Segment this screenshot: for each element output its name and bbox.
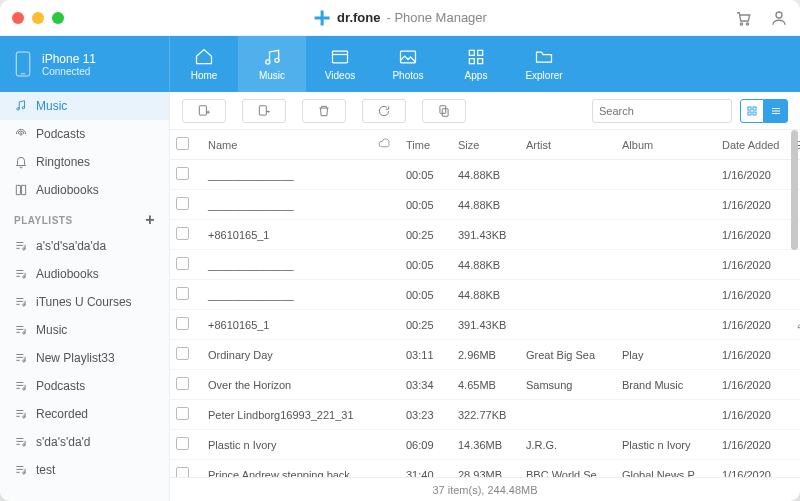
view-toggle	[740, 99, 788, 123]
table-row[interactable]: Prince Andrew stepping back fro...31:402…	[170, 460, 800, 478]
svg-rect-12	[469, 50, 474, 55]
toolbar	[170, 92, 800, 130]
table-row[interactable]: ______________00:0544.88KB1/16/2020	[170, 160, 800, 190]
search-input[interactable]	[599, 105, 737, 117]
col-time[interactable]: Time	[400, 130, 452, 160]
playlist-icon	[14, 463, 28, 477]
playlist-item[interactable]: iTunes U Courses	[0, 288, 169, 316]
table-row[interactable]: Ordinary Day03:112.96MBGreat Big SeaPlay…	[170, 340, 800, 370]
table-row[interactable]: +8610165_100:25391.43KB1/16/2020	[170, 220, 800, 250]
row-checkbox[interactable]	[176, 197, 189, 210]
row-checkbox[interactable]	[176, 227, 189, 240]
cell-artist	[520, 220, 616, 250]
playlist-item[interactable]: Podcasts	[0, 372, 169, 400]
cell-size: 14.36MB	[452, 430, 520, 460]
delete-button[interactable]	[302, 99, 346, 123]
cell-artist: Great Big Sea	[520, 340, 616, 370]
row-checkbox[interactable]	[176, 257, 189, 270]
nav-music[interactable]: Music	[238, 36, 306, 92]
col-artist[interactable]: Artist	[520, 130, 616, 160]
table-scroll[interactable]: Name Time Size Artist Album Date Added E…	[170, 130, 800, 477]
nav-photos[interactable]: Photos	[374, 36, 442, 92]
table-row[interactable]: ______________00:0544.88KB1/16/2020	[170, 190, 800, 220]
row-checkbox[interactable]	[176, 167, 189, 180]
home-icon	[194, 47, 214, 67]
scrollbar[interactable]	[791, 130, 798, 477]
playlist-item[interactable]: test	[0, 456, 169, 484]
playlist-item[interactable]: Recorded	[0, 400, 169, 428]
cell-size: 391.43KB	[452, 310, 520, 340]
nav-apps[interactable]: Apps	[442, 36, 510, 92]
table-row[interactable]: ______________00:0544.88KB1/16/2020	[170, 280, 800, 310]
row-checkbox[interactable]	[176, 407, 189, 420]
cell-name: Plastic n Ivory	[202, 430, 372, 460]
row-checkbox[interactable]	[176, 347, 189, 360]
photo-icon	[398, 47, 418, 67]
cell-time: 00:05	[400, 250, 452, 280]
user-icon[interactable]	[770, 9, 788, 27]
cell-album	[616, 220, 716, 250]
view-list-button[interactable]	[764, 99, 788, 123]
table-row[interactable]: Plastic n Ivory06:0914.36MBJ.R.G.Plastic…	[170, 430, 800, 460]
view-grid-button[interactable]	[740, 99, 764, 123]
apps-icon	[466, 47, 486, 67]
cell-album: Brand Music	[616, 370, 716, 400]
playlist-item[interactable]: New Playlist33	[0, 344, 169, 372]
sidebar-item-podcasts[interactable]: Podcasts	[0, 120, 169, 148]
sidebar-item-label: Audiobooks	[36, 183, 99, 197]
scrollbar-thumb[interactable]	[791, 130, 798, 250]
bell-icon	[14, 155, 28, 169]
nav-explorer[interactable]: Explorer	[510, 36, 578, 92]
col-date[interactable]: Date Added	[716, 130, 790, 160]
table-row[interactable]: Over the Horizon03:344.65MBSamsungBrand …	[170, 370, 800, 400]
svg-point-8	[275, 58, 279, 62]
search-box[interactable]	[592, 99, 732, 123]
dedupe-button[interactable]	[422, 99, 466, 123]
col-album[interactable]: Album	[616, 130, 716, 160]
close-window-button[interactable]	[12, 12, 24, 24]
refresh-button[interactable]	[362, 99, 406, 123]
row-checkbox[interactable]	[176, 467, 189, 477]
title-suffix: - Phone Manager	[386, 10, 486, 25]
svg-rect-5	[16, 52, 30, 76]
nav-videos[interactable]: Videos	[306, 36, 374, 92]
row-checkbox[interactable]	[176, 437, 189, 450]
svg-rect-60	[442, 108, 448, 116]
export-button[interactable]	[242, 99, 286, 123]
row-checkbox[interactable]	[176, 287, 189, 300]
sidebar-item-ringtones[interactable]: Ringtones	[0, 148, 169, 176]
cell-date: 1/16/2020	[716, 460, 790, 478]
select-all-checkbox[interactable]	[176, 137, 189, 150]
playlist-label: Audiobooks	[36, 267, 99, 281]
table-row[interactable]: Peter Lindborg16993_221_3103:23322.77KB1…	[170, 400, 800, 430]
table-row[interactable]: +8610165_100:25391.43KB1/16/2020	[170, 310, 800, 340]
table-row[interactable]: ______________00:0544.88KB1/16/2020	[170, 250, 800, 280]
playlist-item[interactable]: Music	[0, 316, 169, 344]
cart-icon[interactable]	[734, 9, 752, 27]
row-checkbox[interactable]	[176, 377, 189, 390]
cell-name: Prince Andrew stepping back fro...	[202, 460, 372, 478]
sidebar-item-audiobooks[interactable]: Audiobooks	[0, 176, 169, 204]
nav-home[interactable]: Home	[170, 36, 238, 92]
col-size[interactable]: Size	[452, 130, 520, 160]
row-checkbox[interactable]	[176, 317, 189, 330]
svg-rect-65	[748, 112, 751, 115]
col-name[interactable]: Name	[202, 130, 372, 160]
add-playlist-button[interactable]: +	[145, 212, 155, 228]
maximize-window-button[interactable]	[52, 12, 64, 24]
cell-name: +8610165_1	[202, 310, 372, 340]
cell-time: 31:40	[400, 460, 452, 478]
playlist-item[interactable]: s'da's'da'd	[0, 428, 169, 456]
playlist-item[interactable]: Audiobooks	[0, 260, 169, 288]
add-button[interactable]	[182, 99, 226, 123]
playlist-item[interactable]: a's'd'sa'da'da	[0, 232, 169, 260]
sidebar-item-music[interactable]: Music	[0, 92, 169, 120]
cloud-icon	[378, 137, 391, 150]
playlist-icon	[14, 435, 28, 449]
device-selector[interactable]: iPhone 11 Connected	[0, 36, 170, 92]
svg-rect-58	[259, 105, 266, 114]
cell-date: 1/16/2020	[716, 310, 790, 340]
cell-album	[616, 160, 716, 190]
cell-artist	[520, 190, 616, 220]
minimize-window-button[interactable]	[32, 12, 44, 24]
